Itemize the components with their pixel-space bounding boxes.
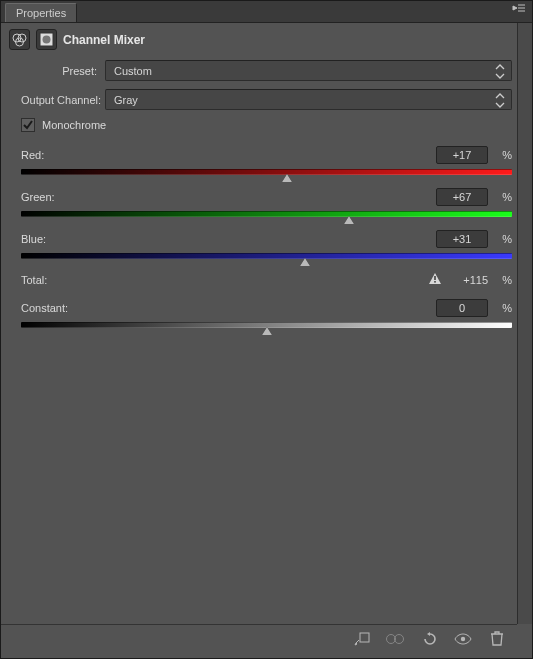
green-unit: % [494, 191, 512, 203]
preset-select[interactable]: Custom [105, 60, 512, 81]
footer-bar [1, 624, 517, 652]
total-value: +115 [448, 274, 488, 286]
channel-mixer-icon [9, 29, 30, 50]
output-channel-row: Output Channel: Gray [21, 89, 512, 110]
dropdown-arrows-icon [493, 92, 507, 109]
red-slider-row: Red: % [21, 146, 512, 178]
preset-row: Preset: Custom [21, 60, 512, 81]
constant-slider-row: Constant: % [21, 299, 512, 331]
green-slider-row: Green: % [21, 188, 512, 220]
view-previous-state-button[interactable] [385, 629, 405, 649]
monochrome-checkbox[interactable] [21, 118, 35, 132]
green-slider-thumb[interactable] [344, 216, 354, 224]
clip-to-layer-button[interactable] [351, 629, 371, 649]
blue-gradient-bar [21, 253, 512, 259]
scrollbar[interactable] [517, 23, 532, 624]
panel-header: Channel Mixer [1, 23, 532, 56]
total-row: Total: +115 % [21, 272, 512, 287]
svg-point-4 [43, 36, 51, 44]
svg-rect-7 [360, 633, 369, 642]
preset-label: Preset: [21, 65, 97, 77]
monochrome-label: Monochrome [42, 119, 106, 131]
blue-value-input[interactable] [436, 230, 488, 248]
green-gradient-bar [21, 211, 512, 217]
total-unit: % [494, 274, 512, 286]
blue-slider-row: Blue: % [21, 230, 512, 262]
svg-point-10 [461, 636, 465, 640]
panel-menu-icon[interactable] [512, 4, 526, 18]
toggle-visibility-button[interactable] [453, 629, 473, 649]
constant-label: Constant: [21, 302, 436, 314]
reset-button[interactable] [419, 629, 439, 649]
blue-unit: % [494, 233, 512, 245]
svg-rect-6 [434, 281, 436, 283]
blue-slider-thumb[interactable] [300, 258, 310, 266]
tab-properties[interactable]: Properties [5, 3, 77, 22]
dropdown-arrows-icon [493, 63, 507, 80]
green-value-input[interactable] [436, 188, 488, 206]
green-slider-track[interactable] [21, 210, 512, 220]
constant-slider-track[interactable] [21, 321, 512, 331]
warning-icon [428, 272, 442, 287]
checkmark-icon [22, 119, 34, 131]
layer-mask-icon[interactable] [36, 29, 57, 50]
blue-slider-track[interactable] [21, 252, 512, 262]
panel-title: Channel Mixer [63, 33, 145, 47]
constant-slider-thumb[interactable] [262, 327, 272, 335]
output-channel-label: Output Channel: [21, 94, 97, 106]
red-gradient-bar [21, 169, 512, 175]
output-channel-select[interactable]: Gray [105, 89, 512, 110]
red-slider-thumb[interactable] [282, 174, 292, 182]
form-area: Preset: Custom Output Channel: Gray Mono… [1, 56, 532, 331]
total-label: Total: [21, 274, 428, 286]
red-label: Red: [21, 149, 436, 161]
blue-label: Blue: [21, 233, 436, 245]
red-slider-track[interactable] [21, 168, 512, 178]
red-value-input[interactable] [436, 146, 488, 164]
constant-unit: % [494, 302, 512, 314]
green-label: Green: [21, 191, 436, 203]
svg-rect-5 [434, 276, 436, 280]
preset-value: Custom [114, 65, 152, 77]
delete-button[interactable] [487, 629, 507, 649]
monochrome-row: Monochrome [21, 118, 512, 132]
red-unit: % [494, 149, 512, 161]
constant-value-input[interactable] [436, 299, 488, 317]
output-channel-value: Gray [114, 94, 138, 106]
tabbar: Properties [1, 1, 532, 23]
